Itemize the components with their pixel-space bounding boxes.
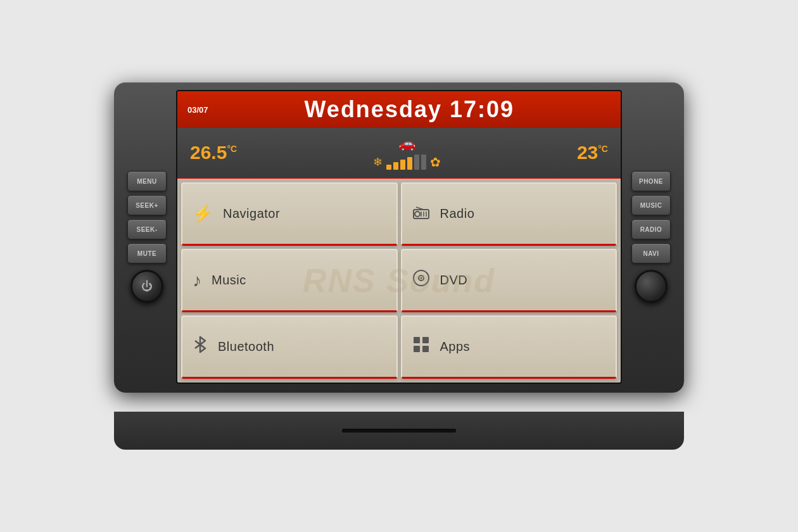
temp-right-value: 23°C — [577, 142, 608, 163]
menu-grid: RNS Sound ⚡ Navigator — [177, 179, 621, 383]
bluetooth-icon — [193, 336, 208, 358]
temp-right-display: 23°C — [577, 142, 608, 163]
power-knob[interactable]: ⏻ — [130, 270, 163, 303]
navigator-label: Navigator — [223, 206, 280, 221]
car-top-icon: 🚗 — [398, 136, 415, 152]
navigator-button[interactable]: ⚡ Navigator — [181, 182, 398, 246]
navigator-icon: ⚡ — [193, 204, 213, 224]
cd-slot — [342, 429, 456, 433]
temp-left-value: 26.5°C — [190, 142, 237, 163]
radio-icon — [412, 205, 430, 224]
apps-icon — [412, 336, 430, 358]
seek-minus-button[interactable]: SEEK- — [127, 219, 167, 239]
power-icon: ⏻ — [141, 280, 153, 293]
fan-controls: ❄ ✿ — [373, 155, 441, 170]
mute-button[interactable]: MUTE — [127, 243, 167, 263]
music-button[interactable]: ♪ Music — [181, 249, 398, 312]
bluetooth-button[interactable]: Bluetooth — [181, 315, 398, 379]
climate-center: 🚗 ❄ — [373, 136, 441, 170]
svg-point-8 — [420, 277, 422, 279]
svg-rect-12 — [422, 346, 429, 352]
screen-header: 03/07 Wednesday 17:09 — [177, 91, 621, 128]
dvd-icon — [412, 269, 430, 291]
left-controls: MENU SEEK+ SEEK- MUTE ⏻ — [124, 171, 170, 303]
svg-point-1 — [415, 212, 420, 217]
music-ctrl-button[interactable]: MUSIC — [631, 195, 671, 215]
right-controls: PHONE MUSIC RADIO NAVI — [628, 171, 674, 303]
climate-bar: 26.5°C 🚗 ❄ — [177, 128, 621, 179]
dvd-label: DVD — [440, 273, 468, 288]
apps-button[interactable]: Apps — [401, 315, 618, 379]
music-icon: ♪ — [193, 270, 201, 291]
apps-label: Apps — [440, 339, 471, 354]
unit-body: MENU SEEK+ SEEK- MUTE ⏻ 03/07 Wednesday … — [114, 82, 684, 393]
radio-ctrl-button[interactable]: RADIO — [631, 219, 671, 239]
music-label: Music — [212, 273, 246, 288]
phone-button[interactable]: PHONE — [631, 171, 671, 191]
header-date: 03/07 — [187, 105, 208, 115]
unit-bottom — [114, 412, 684, 450]
header-datetime: Wednesday 17:09 — [208, 96, 611, 123]
radio-button[interactable]: Radio — [401, 182, 618, 246]
screen-area: 03/07 Wednesday 17:09 26.5°C 🚗 — [176, 90, 622, 384]
navi-button[interactable]: NAVI — [631, 243, 671, 263]
right-knob[interactable] — [635, 270, 668, 303]
svg-rect-11 — [414, 346, 420, 352]
bluetooth-label: Bluetooth — [218, 339, 274, 354]
car-unit: MENU SEEK+ SEEK- MUTE ⏻ 03/07 Wednesday … — [114, 82, 684, 450]
radio-label: Radio — [440, 206, 475, 221]
menu-button[interactable]: MENU — [127, 171, 167, 191]
dvd-button[interactable]: DVD — [401, 249, 618, 312]
fan-icon: ✿ — [430, 155, 441, 170]
defrost-icon: ❄ — [373, 155, 383, 169]
svg-rect-9 — [414, 337, 420, 343]
screen: 03/07 Wednesday 17:09 26.5°C 🚗 — [176, 90, 622, 384]
fan-bar — [386, 155, 426, 170]
seek-plus-button[interactable]: SEEK+ — [127, 195, 167, 215]
temp-left-display: 26.5°C — [190, 142, 237, 163]
svg-rect-10 — [422, 337, 429, 343]
